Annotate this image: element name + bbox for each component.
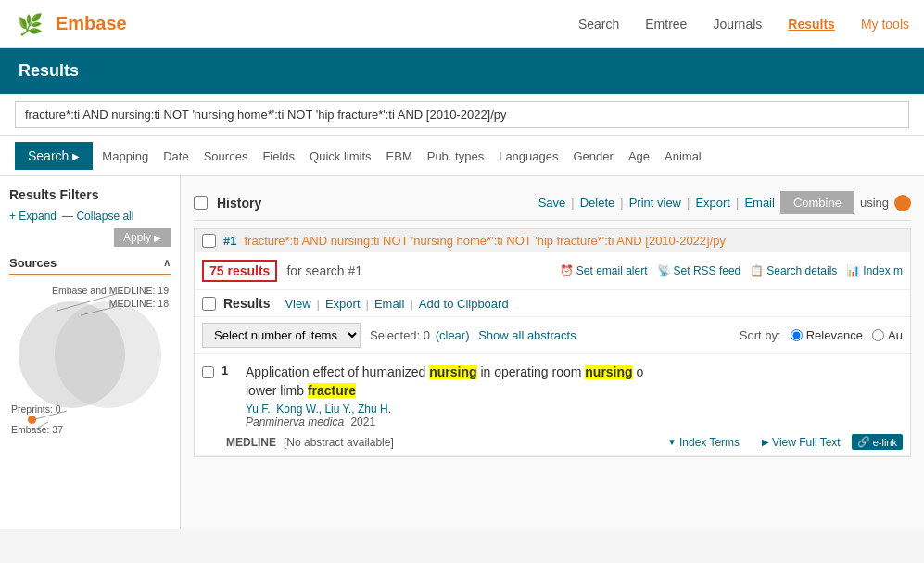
index-terms-link[interactable]: ▼ Index Terms bbox=[667, 436, 740, 449]
apply-chevron-icon: ▶ bbox=[154, 233, 161, 243]
search-bar-area bbox=[0, 94, 924, 136]
results-email-link[interactable]: Email bbox=[374, 297, 405, 311]
sort-label: Sort by: bbox=[740, 328, 781, 342]
history-printview-link[interactable]: Print view bbox=[629, 196, 681, 210]
article-top: 1 Application effect of humanized nursin… bbox=[202, 364, 903, 429]
svg-line-4 bbox=[32, 411, 67, 420]
svg-line-5 bbox=[32, 422, 48, 431]
apply-button-label: Apply bbox=[123, 231, 151, 244]
venn-connectors bbox=[11, 283, 169, 441]
nav-journals[interactable]: Journals bbox=[713, 17, 762, 32]
results-count-row: 75 results for search #1 ⏰ Set email ale… bbox=[195, 252, 910, 290]
history-email-link[interactable]: Email bbox=[744, 196, 775, 210]
sidebar: Results Filters + Expand — Collapse all … bbox=[0, 176, 181, 529]
sort-au-option[interactable]: Au bbox=[872, 328, 903, 342]
set-email-alert[interactable]: ⏰ Set email alert bbox=[560, 264, 648, 277]
search-toolbar: Search ▶ Mapping Date Sources Fields Qui… bbox=[0, 136, 924, 176]
toolbar-pubtypes[interactable]: Pub. types bbox=[422, 146, 489, 167]
email-alert-icon: ⏰ bbox=[560, 264, 574, 277]
sources-section: Sources ∧ Embase and MEDLINE: 19 MEDLINE… bbox=[9, 256, 171, 441]
results-subheader: Results View | Export | Email | Add to C… bbox=[195, 290, 910, 317]
history-export-link[interactable]: Export bbox=[695, 196, 730, 210]
svg-line-2 bbox=[57, 292, 122, 311]
venn-diagram: Embase and MEDLINE: 19 MEDLINE: 18 Prepr… bbox=[11, 283, 169, 441]
show-abstracts-link[interactable]: Show all abstracts bbox=[478, 328, 576, 342]
combine-button[interactable]: Combine bbox=[780, 191, 854, 214]
sidebar-actions: + Expand — Collapse all Apply ▶ bbox=[9, 210, 171, 247]
clear-link[interactable]: (clear) bbox=[436, 328, 470, 342]
result-num: #1 bbox=[223, 234, 236, 248]
brand-name[interactable]: Embase bbox=[56, 13, 127, 34]
article-authors[interactable]: Yu F., Kong W., Liu Y., Zhu H. bbox=[246, 403, 903, 416]
index-m[interactable]: 📊 Index m bbox=[846, 264, 903, 277]
nav-mytools[interactable]: My tools bbox=[861, 17, 909, 32]
elsevier-logo-icon: 🌿 bbox=[15, 7, 48, 41]
article-num: 1 bbox=[222, 364, 238, 377]
set-rss-feed[interactable]: 📡 Set RSS feed bbox=[657, 264, 741, 277]
toolbar-date[interactable]: Date bbox=[158, 146, 194, 167]
toolbar-languages[interactable]: Languages bbox=[493, 146, 563, 167]
nav-links: Search Emtree Journals Results My tools bbox=[578, 17, 909, 32]
rss-icon: 📡 bbox=[657, 264, 671, 277]
sources-title: Sources bbox=[9, 256, 57, 270]
article-checkbox[interactable] bbox=[202, 366, 214, 378]
fracture-highlight: fracture bbox=[308, 383, 356, 398]
result-query: fracture*:ti AND nursing:ti NOT 'nursing… bbox=[244, 234, 903, 248]
results-label: Results bbox=[223, 296, 271, 311]
using-circle bbox=[894, 195, 911, 211]
nav-search[interactable]: Search bbox=[578, 17, 619, 32]
toolbar-ebm[interactable]: EBM bbox=[381, 146, 418, 167]
article-body: Application effect of humanized nursing … bbox=[246, 364, 903, 429]
elink-badge[interactable]: 🔗 e-link bbox=[852, 434, 903, 450]
history-actions: Save | Delete | Print view | Export | Em… bbox=[538, 191, 911, 214]
results-actions: ⏰ Set email alert 📡 Set RSS feed 📋 Searc… bbox=[560, 264, 903, 277]
meta-source: MEDLINE bbox=[226, 436, 276, 449]
history-row: History Save | Delete | Print view | Exp… bbox=[194, 186, 911, 221]
search-button-label: Search bbox=[28, 148, 69, 163]
search-button[interactable]: Search ▶ bbox=[15, 142, 93, 170]
search-input[interactable] bbox=[15, 101, 909, 128]
details-icon: 📋 bbox=[750, 264, 764, 277]
article-title-line2: lower limb fracture bbox=[246, 382, 903, 401]
select-items-dropdown[interactable]: Select number of items bbox=[202, 323, 361, 348]
chevron-right-icon: ▶ bbox=[762, 437, 769, 447]
expand-link[interactable]: + Expand bbox=[9, 210, 57, 223]
article-item: 1 Application effect of humanized nursin… bbox=[195, 354, 910, 456]
results-all-checkbox[interactable] bbox=[202, 297, 216, 311]
meta-abstract: [No abstract available] bbox=[284, 436, 394, 449]
history-label: History bbox=[217, 196, 261, 211]
toolbar-mapping[interactable]: Mapping bbox=[96, 146, 154, 167]
apply-button[interactable]: Apply ▶ bbox=[114, 228, 171, 247]
elink-chain-icon: 🔗 bbox=[857, 436, 870, 448]
svg-text:🌿: 🌿 bbox=[18, 12, 44, 37]
search-chevron-icon: ▶ bbox=[72, 151, 80, 161]
toolbar-age[interactable]: Age bbox=[623, 146, 655, 167]
nav-emtree[interactable]: Emtree bbox=[645, 17, 687, 32]
right-panel: History Save | Delete | Print view | Exp… bbox=[181, 176, 924, 529]
sort-relevance-option[interactable]: Relevance bbox=[791, 328, 863, 342]
toolbar-quicklimits[interactable]: Quick limits bbox=[304, 146, 376, 167]
toolbar-animal[interactable]: Animal bbox=[659, 146, 707, 167]
view-fulltext-link[interactable]: ▶ View Full Text bbox=[762, 436, 841, 449]
collapse-link[interactable]: — Collapse all bbox=[62, 210, 133, 223]
search-details[interactable]: 📋 Search details bbox=[750, 264, 837, 277]
history-checkbox[interactable] bbox=[194, 196, 208, 210]
result-checkbox[interactable] bbox=[202, 234, 216, 248]
toolbar-gender[interactable]: Gender bbox=[568, 146, 619, 167]
results-badge[interactable]: 75 results bbox=[202, 260, 277, 282]
history-save-link[interactable]: Save bbox=[538, 196, 566, 210]
results-view-link[interactable]: View bbox=[285, 297, 311, 311]
toolbar-sources[interactable]: Sources bbox=[198, 146, 254, 167]
nav-results[interactable]: Results bbox=[788, 17, 835, 32]
history-delete-link[interactable]: Delete bbox=[580, 196, 615, 210]
sources-header[interactable]: Sources ∧ bbox=[9, 256, 171, 275]
results-export-link[interactable]: Export bbox=[325, 297, 361, 311]
toolbar-fields[interactable]: Fields bbox=[257, 146, 300, 167]
add-clipboard-link[interactable]: Add to Clipboard bbox=[419, 297, 509, 311]
nursing-highlight-1: nursing bbox=[429, 365, 476, 379]
logo-area[interactable]: 🌿 Embase bbox=[15, 7, 127, 41]
sep3: | bbox=[687, 196, 690, 210]
items-bar: Select number of items Selected: 0 (clea… bbox=[195, 317, 910, 354]
main-content: Results Filters + Expand — Collapse all … bbox=[0, 176, 924, 529]
using-label: using bbox=[860, 196, 889, 210]
